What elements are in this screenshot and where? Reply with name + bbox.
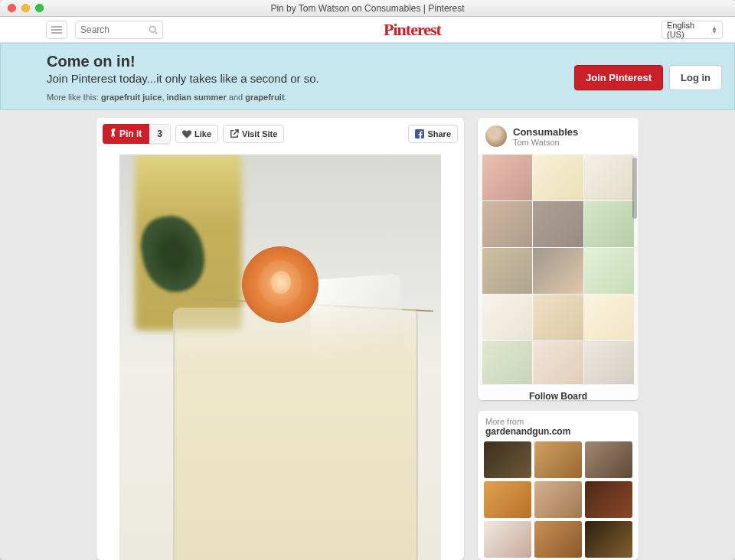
board-thumb[interactable] (533, 341, 583, 384)
board-author: Tom Watson (513, 138, 578, 147)
join-pinterest-button[interactable]: Join Pinterest (574, 65, 663, 90)
pin-card: Pin it 3 Like Visit Site Share (96, 118, 464, 560)
menu-button[interactable] (46, 21, 67, 39)
related-link[interactable]: grapefruit (245, 93, 284, 102)
board-thumb[interactable] (482, 248, 532, 294)
avatar[interactable] (485, 125, 507, 147)
search-input[interactable] (80, 24, 149, 35)
board-thumb[interactable] (584, 155, 634, 200)
svg-point-0 (150, 26, 156, 32)
more-thumb[interactable] (585, 441, 632, 478)
banner-title: Come on in! (47, 53, 574, 70)
more-grid (478, 441, 639, 560)
like-button[interactable]: Like (175, 125, 218, 143)
close-window-button[interactable] (8, 4, 16, 12)
minimize-window-button[interactable] (21, 4, 30, 12)
pin-count: 3 (149, 124, 171, 144)
search-box[interactable] (75, 21, 163, 39)
banner-related-links: More like this: grapefruit juice, indian… (47, 93, 574, 102)
pinterest-logo[interactable]: Pinterest (171, 20, 654, 40)
board-thumb[interactable] (533, 295, 583, 340)
board-thumb[interactable] (584, 341, 634, 384)
pin-action-bar: Pin it 3 Like Visit Site Share (96, 118, 464, 150)
join-banner: Come on in! Join Pinterest today...it on… (0, 43, 735, 110)
board-thumb[interactable] (482, 201, 532, 247)
board-thumb[interactable] (533, 155, 583, 200)
scrollbar[interactable] (632, 158, 637, 219)
share-button[interactable]: Share (408, 125, 458, 143)
more-thumb[interactable] (534, 441, 582, 478)
more-thumb[interactable] (585, 521, 632, 558)
login-button[interactable]: Log in (669, 65, 722, 90)
more-from-label: More from (485, 417, 631, 426)
heart-icon (182, 130, 191, 138)
banner-subtitle: Join Pinterest today...it only takes lik… (47, 72, 574, 85)
top-nav-bar: Pinterest English (US) ▲▼ (0, 17, 735, 43)
language-select[interactable]: English (US) ▲▼ (662, 21, 723, 39)
board-thumb[interactable] (482, 295, 532, 340)
zoom-window-button[interactable] (35, 4, 44, 12)
more-thumb[interactable] (534, 521, 582, 558)
board-grid[interactable] (478, 155, 639, 384)
more-thumb[interactable] (534, 481, 582, 518)
more-thumb[interactable] (585, 481, 632, 518)
board-thumb[interactable] (533, 248, 583, 294)
hamburger-icon (51, 29, 62, 31)
language-label: English (US) (667, 21, 711, 39)
board-header[interactable]: Consumables Tom Watson (478, 118, 639, 155)
follow-board-button[interactable]: Follow Board (478, 384, 639, 400)
board-thumb[interactable] (533, 201, 583, 247)
board-thumb[interactable] (584, 201, 634, 247)
pin-image[interactable] (119, 155, 441, 560)
more-from-panel: More from gardenandgun.com (478, 411, 639, 560)
more-thumb[interactable] (484, 481, 531, 518)
board-thumb[interactable] (482, 341, 532, 384)
board-thumb[interactable] (584, 295, 634, 340)
more-from-source[interactable]: gardenandgun.com (485, 426, 631, 437)
external-link-icon (230, 129, 239, 138)
more-thumb[interactable] (484, 521, 531, 558)
board-thumb[interactable] (482, 155, 532, 200)
related-link[interactable]: grapefruit juice (101, 93, 162, 102)
window-title: Pin by Tom Watson on Consumables | Pinte… (0, 3, 735, 14)
board-thumb[interactable] (584, 248, 634, 294)
more-thumb[interactable] (484, 441, 531, 478)
content-area: Pin it 3 Like Visit Site Share (0, 110, 735, 560)
svg-line-1 (155, 31, 157, 34)
pin-icon (110, 129, 117, 139)
facebook-icon (415, 129, 424, 138)
visit-site-button[interactable]: Visit Site (223, 125, 284, 143)
related-link[interactable]: indian summer (167, 93, 227, 102)
updown-icon: ▲▼ (711, 26, 717, 34)
board-panel: Consumables Tom Watson Follow Board (478, 118, 639, 400)
pinit-button[interactable]: Pin it 3 (103, 124, 171, 144)
board-name: Consumables (513, 126, 578, 138)
search-icon (149, 25, 158, 34)
window-titlebar: Pin by Tom Watson on Consumables | Pinte… (0, 0, 735, 17)
